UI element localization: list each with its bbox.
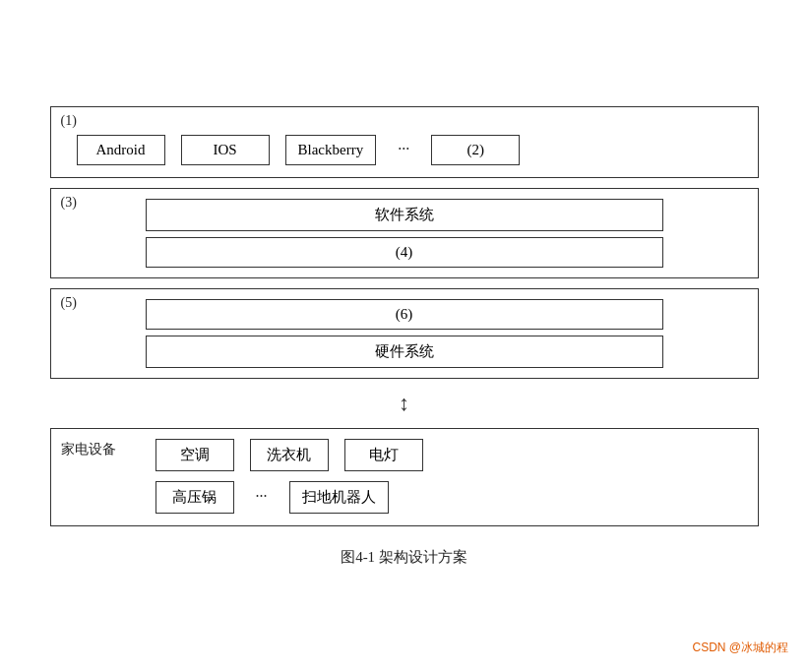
caption: 图4-1 架构设计方案 [50,548,759,567]
watermark: CSDN @冰城的程 [692,640,788,656]
row2-inner: 软件系统 (4) [146,199,663,268]
pressure-cooker-box: 高压锅 [155,481,234,514]
dots2: ··· [250,488,274,506]
row3-inner: (6) 硬件系统 [146,299,663,368]
dots1: ··· [392,141,415,158]
ios-box: IOS [181,135,270,165]
appliances-row1: 空调 洗衣机 电灯 [155,439,742,471]
row2-label: (3) [61,195,77,211]
row3-label: (5) [61,295,77,311]
row4-grid: 空调 洗衣机 电灯 高压锅 ··· 扫地机器人 [155,439,742,514]
software-system-box: 软件系统 [146,199,663,231]
row1-items: Android IOS Blackberry ··· (2) [67,135,742,165]
tag4-box: (4) [146,237,663,268]
robot-box: 扫地机器人 [289,481,389,514]
android-box: Android [77,135,165,165]
software-layer: (3) 软件系统 (4) [50,188,759,278]
light-box: 电灯 [344,439,423,471]
hardware-layer: (5) (6) 硬件系统 [50,288,759,379]
ac-box: 空调 [155,439,234,471]
tag2-box: (2) [431,135,520,165]
row4-label: 家电设备 [61,441,116,458]
washer-box: 洗衣机 [250,439,329,471]
blackberry-box: Blackberry [285,135,377,165]
appliances-row2: 高压锅 ··· 扫地机器人 [155,481,742,514]
mobile-os-layer: (1) Android IOS Blackberry ··· (2) [50,106,759,178]
double-arrow-icon: ↕ [399,393,409,414]
arrow-connector: ↕ [50,389,759,418]
row1-label: (1) [61,113,77,129]
diagram: (1) Android IOS Blackberry ··· (2) (3) 软… [50,106,759,567]
appliances-layer: 家电设备 空调 洗衣机 电灯 高压锅 ··· 扫地机器人 [50,428,759,526]
tag6-box: (6) [146,299,663,330]
hardware-system-box: 硬件系统 [146,336,663,368]
